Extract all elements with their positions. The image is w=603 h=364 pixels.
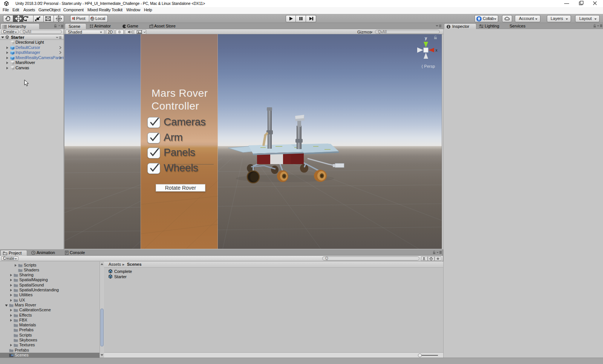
svg-text:x: x: [435, 48, 438, 52]
svg-text:⟨ Persp: ⟨ Persp: [421, 64, 435, 69]
svg-text:y: y: [425, 36, 427, 40]
